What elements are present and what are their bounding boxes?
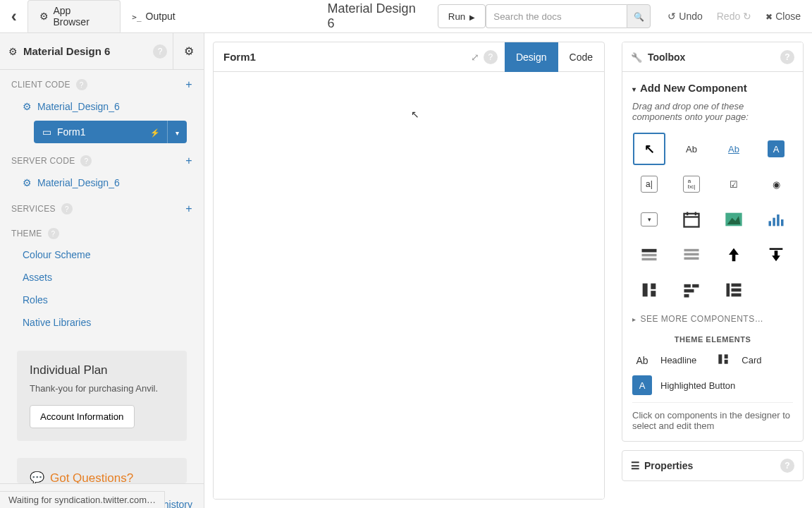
form-title: Form1: [223, 51, 256, 63]
cogs-icon: [8, 46, 18, 57]
tab-app-browser[interactable]: App Browser: [27, 0, 121, 32]
theme-headline[interactable]: Ab Headline: [632, 352, 696, 368]
component-flow-panel[interactable]: [675, 273, 708, 307]
label-icon: Ab: [632, 355, 652, 366]
sidebar-header: Material Design 6 ?: [0, 33, 204, 70]
svg-rect-27: [732, 294, 742, 297]
svg-rect-20: [684, 284, 691, 288]
client-module[interactable]: Material_Design_6: [0, 95, 204, 118]
theme-roles[interactable]: Roles: [0, 289, 204, 311]
svg-rect-13: [684, 249, 699, 252]
svg-rect-30: [725, 360, 728, 364]
redo-button: Redo: [717, 11, 751, 22]
terminal-icon: [132, 11, 141, 22]
search-button[interactable]: [627, 4, 651, 28]
button-icon: A: [632, 375, 652, 395]
component-linear-panel[interactable]: [717, 273, 751, 307]
tab-design[interactable]: Design: [505, 42, 558, 72]
svg-rect-6: [769, 221, 772, 226]
component-grid: Ab Ab A a| abc| ☑ ◉ ▾: [632, 132, 793, 307]
properties-header[interactable]: Properties ?: [622, 451, 803, 480]
chevron-down-icon: [176, 126, 179, 138]
component-column-panel[interactable]: [632, 273, 666, 307]
component-datepicker[interactable]: [675, 202, 708, 236]
component-spacer[interactable]: [632, 132, 666, 166]
theme-native-libraries[interactable]: Native Libraries: [0, 311, 204, 334]
account-info-button[interactable]: Account Information: [30, 405, 135, 428]
component-datagrid[interactable]: [632, 238, 666, 272]
card-icon: [713, 352, 733, 368]
component-textarea[interactable]: abc|: [675, 167, 708, 201]
theme-colour-scheme[interactable]: Colour Scheme: [0, 243, 204, 266]
see-more-components[interactable]: SEE MORE COMPONENTS…: [632, 307, 793, 331]
svg-rect-18: [651, 284, 656, 289]
svg-rect-21: [692, 284, 699, 288]
svg-rect-19: [651, 291, 656, 296]
undo-button[interactable]: Undo: [668, 11, 702, 22]
help-icon[interactable]: ?: [780, 459, 794, 473]
component-link[interactable]: Ab: [717, 132, 751, 166]
svg-rect-7: [773, 218, 775, 226]
tab-code[interactable]: Code: [558, 42, 604, 72]
component-repeating-panel[interactable]: [675, 238, 708, 272]
svg-rect-28: [719, 354, 722, 363]
svg-rect-0: [684, 214, 699, 227]
svg-rect-26: [732, 289, 742, 292]
plan-box: Individual Plan Thank-you for purchasing…: [17, 351, 187, 441]
svg-rect-12: [642, 258, 657, 261]
component-fileloader-up[interactable]: [717, 238, 751, 272]
design-canvas[interactable]: ↖: [214, 72, 604, 499]
svg-rect-11: [642, 254, 657, 257]
search: [486, 4, 651, 28]
back-button[interactable]: [0, 0, 27, 32]
help-icon[interactable]: ?: [76, 79, 87, 90]
help-icon[interactable]: ?: [153, 44, 167, 59]
right-panel: Toolbox ? Add New Component Drag and dro…: [613, 33, 812, 508]
cogs-icon: [39, 11, 49, 22]
component-checkbox[interactable]: ☑: [717, 167, 751, 201]
form-icon: [42, 126, 51, 138]
theme-card[interactable]: Card: [713, 352, 761, 368]
chat-icon: 💬: [30, 471, 44, 483]
add-client-code[interactable]: +: [185, 78, 192, 91]
tab-output[interactable]: Output: [121, 0, 186, 32]
section-theme: THEME ?: [0, 219, 204, 243]
svg-rect-10: [642, 249, 657, 253]
component-button[interactable]: A: [759, 132, 793, 166]
add-component-desc: Drag and drop one of these components on…: [632, 101, 793, 122]
add-server-code[interactable]: +: [185, 155, 192, 167]
close-button[interactable]: Close: [765, 11, 801, 22]
server-module[interactable]: Material_Design_6: [0, 171, 204, 194]
sidebar-title: Material Design 6: [23, 45, 147, 57]
component-fileloader-down[interactable]: [759, 238, 793, 272]
expand-icon[interactable]: [471, 52, 479, 63]
form-dropdown[interactable]: [167, 121, 187, 143]
component-radio[interactable]: ◉: [759, 167, 793, 201]
wrench-icon: [631, 52, 642, 63]
svg-rect-29: [725, 354, 728, 358]
svg-rect-15: [684, 258, 699, 260]
help-icon[interactable]: ?: [80, 155, 92, 167]
run-button[interactable]: Run: [438, 4, 486, 28]
help-icon[interactable]: ?: [780, 50, 794, 64]
toolbox-header: Toolbox ?: [622, 42, 803, 72]
add-service[interactable]: +: [185, 202, 192, 215]
component-plot[interactable]: [759, 202, 793, 236]
component-label[interactable]: Ab: [675, 132, 708, 166]
questions-box[interactable]: 💬 Got Questions?: [17, 458, 187, 483]
svg-rect-24: [727, 284, 730, 297]
help-icon[interactable]: ?: [484, 50, 498, 64]
section-client-code: CLIENT CODE ? +: [0, 70, 204, 95]
theme-highlighted-button[interactable]: A Highlighted Button: [632, 375, 793, 395]
component-image[interactable]: [717, 202, 751, 236]
component-textbox[interactable]: a|: [632, 167, 666, 201]
search-input[interactable]: [486, 4, 627, 28]
settings-button[interactable]: [173, 33, 204, 70]
center-panel: Form1 ? Design Code ↖: [204, 33, 613, 508]
form-card: Form1 ? Design Code ↖: [213, 42, 605, 500]
theme-assets[interactable]: Assets: [0, 266, 204, 289]
component-dropdown[interactable]: ▾: [632, 202, 666, 236]
form-item-selected[interactable]: Form1: [34, 121, 187, 143]
help-icon[interactable]: ?: [61, 203, 73, 214]
help-icon[interactable]: ?: [48, 228, 59, 239]
